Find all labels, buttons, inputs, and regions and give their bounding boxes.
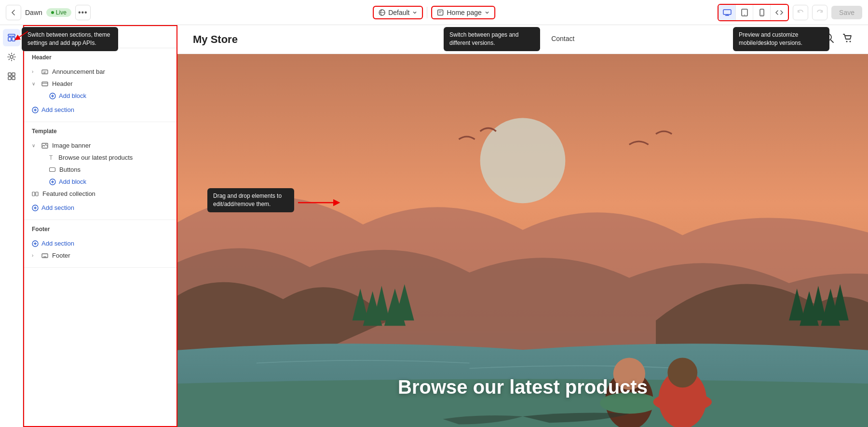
add-section-3[interactable]: Add section — [32, 237, 169, 249]
svg-rect-23 — [32, 192, 35, 196]
svg-point-30 — [849, 41, 851, 42]
main: Home page Header › Announcement bar ∨ He… — [0, 25, 868, 427]
svg-rect-17 — [42, 82, 48, 86]
add-section-2-icon — [32, 205, 39, 211]
version-selector[interactable]: Default — [373, 6, 423, 19]
header-icon — [41, 81, 48, 87]
live-dot — [51, 11, 54, 14]
store-banner: Browse our latest products Drag and drop… — [177, 54, 868, 427]
add-block-1-icon — [49, 93, 56, 99]
svg-rect-12 — [8, 73, 11, 76]
header-chevron: ∨ — [32, 81, 38, 86]
add-section-3-icon — [32, 240, 39, 247]
footer-item[interactable]: › Footer — [32, 249, 169, 262]
view-buttons — [718, 4, 789, 21]
image-banner-icon — [41, 142, 48, 149]
drag-arrow — [298, 198, 346, 207]
svg-point-48 — [653, 392, 712, 412]
buttons-icon — [49, 166, 55, 173]
redo-button[interactable] — [812, 5, 827, 20]
tablet-view-button[interactable] — [736, 5, 753, 20]
topbar-right: Save Preview and customize mobile/deskto… — [718, 4, 862, 21]
announcement-bar-item[interactable]: › Announcement bar — [32, 66, 169, 78]
footer-chevron: › — [32, 253, 38, 258]
footer-group-label: Footer — [32, 226, 169, 233]
svg-rect-10 — [12, 37, 15, 41]
banner-text: Browse our latest products — [398, 376, 648, 398]
add-block-2[interactable]: Add block — [32, 176, 169, 188]
footer-icon — [41, 252, 48, 259]
image-banner-chevron: ∨ — [32, 143, 38, 148]
save-button[interactable]: Save — [831, 6, 862, 19]
store-preview: My Store Home Catalog Contact — [177, 25, 868, 427]
text-icon: T — [49, 154, 53, 161]
svg-point-7 — [761, 14, 762, 15]
svg-point-5 — [744, 14, 745, 15]
theme-name: Dawn — [25, 9, 42, 16]
page-selector[interactable]: Home page — [431, 6, 495, 19]
banner-illustration — [177, 54, 868, 427]
add-block-2-icon — [49, 179, 56, 185]
svg-rect-9 — [8, 37, 11, 41]
featured-collection-item[interactable]: Featured collection — [32, 188, 169, 200]
more-button[interactable]: ••• — [75, 5, 91, 20]
header-group: Header › Announcement bar ∨ Header Add b… — [24, 48, 176, 122]
sections-tooltip: Switch between sections, theme settings … — [22, 27, 118, 51]
template-group: Template ∨ Image banner T Browse our lat… — [24, 122, 176, 220]
undo-button[interactable] — [793, 5, 808, 20]
svg-point-11 — [10, 55, 13, 58]
svg-point-32 — [480, 118, 566, 204]
buttons-item[interactable]: Buttons — [32, 164, 169, 176]
add-block-1[interactable]: Add block — [32, 90, 169, 102]
sections-icon-button[interactable] — [3, 29, 20, 46]
footer-group: Footer Add section › Footer — [24, 220, 176, 268]
svg-rect-27 — [42, 254, 48, 258]
section-panel: Home page Header › Announcement bar ∨ He… — [23, 25, 177, 427]
add-section-2[interactable]: Add section — [32, 202, 169, 214]
topbar-center: Default Home page — [373, 6, 495, 19]
topbar-left: Dawn Live ••• Switch between sections, t… — [6, 5, 714, 20]
svg-point-29 — [846, 41, 847, 42]
svg-rect-13 — [12, 73, 15, 76]
preview-tooltip: Preview and customize mobile/desktop ver… — [733, 27, 829, 51]
svg-rect-21 — [50, 168, 55, 172]
preview-area: My Store Home Catalog Contact — [177, 25, 868, 427]
selector-separator — [427, 7, 427, 18]
settings-icon-button[interactable] — [3, 48, 20, 66]
apps-icon-button[interactable] — [3, 68, 20, 85]
header-group-label: Header — [32, 54, 169, 61]
svg-rect-24 — [36, 192, 38, 196]
code-view-button[interactable] — [771, 5, 788, 20]
desktop-view-button[interactable] — [719, 5, 736, 20]
back-button[interactable] — [6, 5, 21, 20]
drag-tooltip: Drag and drop elements to edit/add/remov… — [207, 188, 294, 212]
svg-rect-15 — [12, 77, 15, 80]
announcement-chevron: › — [32, 69, 38, 74]
browse-latest-item[interactable]: T Browse our latest products — [32, 152, 169, 164]
store-logo: My Store — [193, 33, 238, 46]
header-item[interactable]: ∨ Header — [32, 78, 169, 90]
image-banner-item[interactable]: ∨ Image banner — [32, 139, 169, 152]
svg-rect-8 — [8, 34, 15, 36]
announcement-icon — [41, 69, 48, 75]
add-section-1-icon — [32, 107, 39, 113]
featured-collection-icon — [32, 191, 39, 197]
mobile-view-button[interactable] — [753, 5, 771, 20]
topbar: Dawn Live ••• Switch between sections, t… — [0, 0, 868, 25]
sidebar-icons — [0, 25, 23, 427]
svg-rect-3 — [723, 10, 731, 14]
add-section-1[interactable]: Add section — [32, 104, 169, 116]
nav-contact[interactable]: Contact — [551, 35, 574, 44]
template-group-label: Template — [32, 128, 169, 135]
live-badge: Live — [46, 8, 71, 17]
svg-point-47 — [667, 358, 697, 387]
pages-tooltip: Switch between pages and different versi… — [444, 27, 540, 51]
cart-icon[interactable] — [842, 33, 853, 46]
svg-rect-14 — [8, 77, 11, 80]
